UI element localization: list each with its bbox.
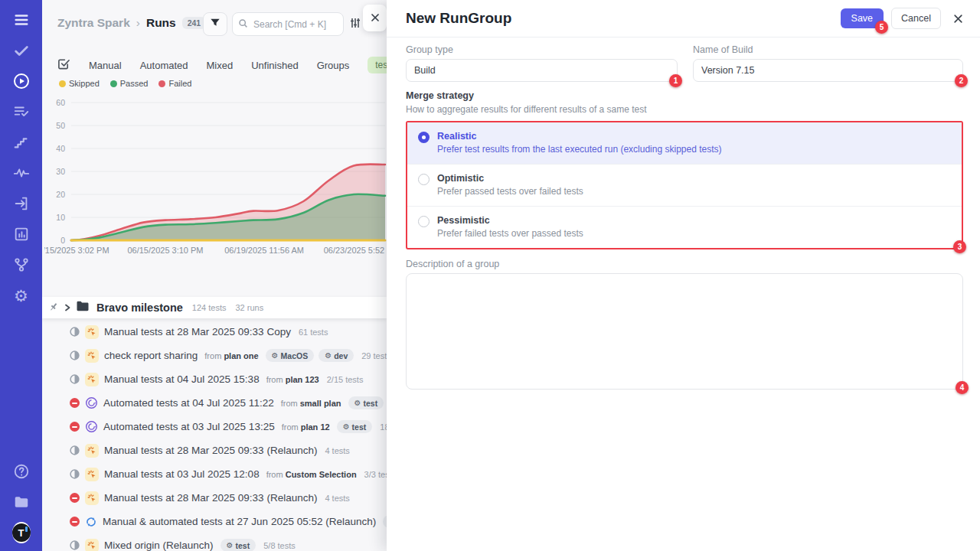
run-title: Mixed origin (Relaunch) xyxy=(104,540,214,551)
merge-option-pessimistic[interactable]: Pessimistic Prefer failed tests over pas… xyxy=(407,206,962,248)
run-row[interactable]: Manual & automated tests at 27 Jun 2025 … xyxy=(42,510,387,533)
tab-manual[interactable]: Manual xyxy=(89,60,122,71)
save-button[interactable]: Save 5 xyxy=(841,8,884,28)
breadcrumb-project[interactable]: Zyntra Spark xyxy=(57,16,130,30)
close-icon xyxy=(371,11,380,25)
run-from: from plan 12 xyxy=(282,422,330,432)
merge-option-realistic[interactable]: Realistic Prefer test results from the l… xyxy=(407,122,962,164)
funnel-icon xyxy=(210,18,220,31)
gear-icon: ⚙ xyxy=(354,399,361,407)
run-title: Manual & automated tests at 27 Jun 2025 … xyxy=(103,516,376,527)
run-count: 4 tests xyxy=(325,446,349,455)
help-icon[interactable] xyxy=(12,462,31,481)
tag-pill[interactable]: ⚙dev xyxy=(318,349,354,362)
run-row[interactable]: Manual tests at 03 Jul 2025 12:08 from C… xyxy=(42,462,387,486)
runs-tabs: ManualAutomatedMixedUnfinishedGroups tes… xyxy=(57,57,387,73)
cancel-button[interactable]: Cancel xyxy=(891,8,941,29)
search-box xyxy=(232,12,344,36)
run-from: from plan 123 xyxy=(266,375,319,384)
tab-unfinished[interactable]: Unfinished xyxy=(251,60,298,71)
display-settings-icon[interactable] xyxy=(349,17,361,32)
import-icon[interactable] xyxy=(12,194,31,213)
merge-option-name: Optimistic xyxy=(437,173,583,184)
run-title: Manual tests at 04 Jul 2025 15:38 xyxy=(104,373,260,385)
profile-logo[interactable]: T xyxy=(12,523,31,542)
radio-button[interactable] xyxy=(418,174,430,185)
settings-gear-icon[interactable]: ⚙ xyxy=(12,286,31,305)
drawer-close-icon[interactable] xyxy=(953,14,963,24)
milestones-steps-icon[interactable] xyxy=(12,133,31,152)
manual-run-icon xyxy=(85,444,99,458)
svg-text:10: 10 xyxy=(56,213,65,222)
annotation-badge-1: 1 xyxy=(669,74,682,87)
legend-item: Passed xyxy=(110,79,149,88)
run-count: 4 tests xyxy=(325,494,349,503)
run-row[interactable]: Automated tests at 03 Jul 2025 13:25 fro… xyxy=(42,415,387,439)
group-type-input[interactable] xyxy=(406,59,678,82)
breadcrumb-separator: › xyxy=(136,16,140,30)
pin-icon xyxy=(49,301,58,315)
merge-option-description: Prefer test results from the last execut… xyxy=(437,144,722,155)
svg-text:06/19/2025 11:56 AM: 06/19/2025 11:56 AM xyxy=(224,246,304,255)
tab-automated[interactable]: Automated xyxy=(140,60,188,71)
active-filter-chip[interactable]: test work xyxy=(368,57,387,73)
run-title: Manual tests at 28 Mar 2025 09:33 (Relau… xyxy=(104,492,317,504)
run-row[interactable]: Mixed origin (Relaunch) ⚙test 5/8 tests xyxy=(42,533,387,551)
radio-button[interactable] xyxy=(418,216,430,227)
runs-list: Manual tests at 28 Mar 2025 09:33 Copy 6… xyxy=(42,320,387,551)
tag-pill[interactable]: ⚙test xyxy=(220,539,256,551)
projects-folder-icon[interactable] xyxy=(12,493,31,511)
radio-button[interactable] xyxy=(418,132,430,143)
merge-strategy-label: Merge strategy xyxy=(406,90,963,101)
mixed-run-icon xyxy=(85,516,97,528)
tag-pill[interactable]: ⚙MacOS xyxy=(266,349,315,362)
tag-pill[interactable]: ⚙test xyxy=(348,396,384,409)
tab-groups[interactable]: Groups xyxy=(317,60,350,71)
run-count: 18 tests xyxy=(380,422,387,432)
menu-icon[interactable] xyxy=(12,11,31,29)
build-name-field: Name of Build 2 xyxy=(693,44,963,82)
status-in-progress-icon xyxy=(70,469,80,479)
run-title: Manual tests at 03 Jul 2025 12:08 xyxy=(104,468,260,480)
test-plans-icon[interactable] xyxy=(12,103,31,121)
milestone-name[interactable]: Bravo milestone xyxy=(96,302,183,314)
run-row[interactable]: Manual tests at 28 Mar 2025 09:33 (Relau… xyxy=(42,439,387,462)
chevron-right-icon[interactable] xyxy=(64,301,71,315)
run-row[interactable]: Automated tests at 04 Jul 2025 11:22 fro… xyxy=(42,391,387,415)
svg-text:0: 0 xyxy=(60,236,65,245)
tab-mixed[interactable]: Mixed xyxy=(207,60,234,71)
branches-icon[interactable] xyxy=(12,256,31,274)
run-tags: ⚙test xyxy=(220,539,256,551)
select-runs-icon[interactable] xyxy=(57,57,70,73)
run-row[interactable]: Manual tests at 28 Mar 2025 09:33 (Relau… xyxy=(42,486,387,510)
panel-close-button[interactable] xyxy=(363,5,387,31)
run-tags: ⚙test xyxy=(337,420,373,433)
svg-text:06/15/2025 3:02 PM: 06/15/2025 3:02 PM xyxy=(44,246,109,255)
status-in-progress-icon xyxy=(70,445,80,455)
runs-play-icon[interactable] xyxy=(12,72,31,90)
build-name-input[interactable] xyxy=(693,59,963,82)
runs-area-chart: 010203040506006/15/2025 3:02 PM06/15/202… xyxy=(44,93,387,259)
merge-option-optimistic[interactable]: Optimistic Prefer passed tests over fail… xyxy=(407,164,962,206)
merge-option-name: Pessimistic xyxy=(437,215,583,226)
annotation-badge-3: 3 xyxy=(953,240,966,253)
breadcrumb-page[interactable]: Runs xyxy=(146,16,176,30)
pulse-activity-icon[interactable] xyxy=(12,164,31,182)
automated-run-icon xyxy=(85,396,98,409)
merge-option-description: Prefer failed tests over passed tests xyxy=(437,228,583,239)
run-row[interactable]: Manual tests at 04 Jul 2025 15:38 from p… xyxy=(42,367,387,391)
merge-strategy-options: Realistic Prefer test results from the l… xyxy=(406,121,963,249)
milestone-row[interactable]: Bravo milestone 124 tests 32 runs xyxy=(42,297,387,318)
folder-icon xyxy=(77,301,89,315)
tag-pill[interactable]: ⚙test xyxy=(337,420,373,433)
manual-run-icon xyxy=(85,468,99,481)
description-textarea[interactable] xyxy=(406,273,963,390)
run-row[interactable]: check report sharing from plan one ⚙MacO… xyxy=(42,344,387,367)
milestone-runs-count: 32 runs xyxy=(235,303,263,312)
run-row[interactable]: Manual tests at 28 Mar 2025 09:33 Copy 6… xyxy=(42,320,387,344)
tests-check-icon[interactable] xyxy=(12,41,31,60)
search-input[interactable] xyxy=(232,12,344,36)
analytics-icon[interactable] xyxy=(12,225,31,243)
run-count: 3/3 tests xyxy=(364,470,387,479)
filter-button[interactable] xyxy=(203,12,227,36)
